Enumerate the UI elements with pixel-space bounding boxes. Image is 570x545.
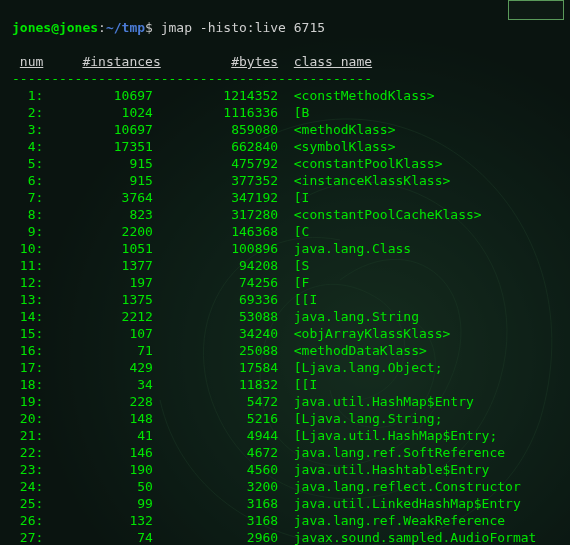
- row-bytes: 100896: [153, 241, 278, 256]
- row-classname: <symbolKlass>: [294, 139, 396, 154]
- row-instances: 50: [43, 479, 153, 494]
- row-bytes: 69336: [153, 292, 278, 307]
- row-classname: <constantPoolCacheKlass>: [294, 207, 482, 222]
- row-bytes: 3168: [153, 513, 278, 528]
- row-bytes: 25088: [153, 343, 278, 358]
- row-bytes: 94208: [153, 258, 278, 273]
- row-bytes: 1116336: [153, 105, 278, 120]
- row-bytes: 859080: [153, 122, 278, 137]
- window-tab[interactable]: [508, 0, 564, 20]
- row-bytes: 74256: [153, 275, 278, 290]
- prompt-dollar: $: [145, 20, 153, 35]
- row-classname: <constMethodKlass>: [294, 88, 435, 103]
- row-instances: 915: [43, 173, 153, 188]
- row-num: 13:: [12, 292, 43, 307]
- row-instances: 2212: [43, 309, 153, 324]
- row-num: 10:: [12, 241, 43, 256]
- row-classname: [C: [294, 224, 310, 239]
- row-instances: 34: [43, 377, 153, 392]
- row-instances: 915: [43, 156, 153, 171]
- row-classname: [[I: [294, 292, 317, 307]
- row-num: 11:: [12, 258, 43, 273]
- row-instances: 197: [43, 275, 153, 290]
- row-classname: java.util.Hashtable$Entry: [294, 462, 490, 477]
- row-classname: <methodDataKlass>: [294, 343, 427, 358]
- row-instances: 823: [43, 207, 153, 222]
- command-text: jmap -histo:live 6715: [161, 20, 325, 35]
- separator-line: ----------------------------------------…: [12, 71, 372, 86]
- row-instances: 146: [43, 445, 153, 460]
- row-instances: 71: [43, 343, 153, 358]
- row-num: 17:: [12, 360, 43, 375]
- row-instances: 190: [43, 462, 153, 477]
- row-bytes: 1214352: [153, 88, 278, 103]
- row-bytes: 5472: [153, 394, 278, 409]
- row-bytes: 4944: [153, 428, 278, 443]
- row-bytes: 4672: [153, 445, 278, 460]
- row-instances: 1051: [43, 241, 153, 256]
- row-num: 16:: [12, 343, 43, 358]
- row-instances: 10697: [43, 88, 153, 103]
- row-instances: 429: [43, 360, 153, 375]
- row-classname: [I: [294, 190, 310, 205]
- row-classname: [[I: [294, 377, 317, 392]
- row-num: 15:: [12, 326, 43, 341]
- row-bytes: 317280: [153, 207, 278, 222]
- row-instances: 10697: [43, 122, 153, 137]
- row-bytes: 377352: [153, 173, 278, 188]
- row-instances: 2200: [43, 224, 153, 239]
- row-bytes: 4560: [153, 462, 278, 477]
- row-num: 8:: [12, 207, 43, 222]
- row-num: 19:: [12, 394, 43, 409]
- row-classname: <objArrayKlassKlass>: [294, 326, 451, 341]
- row-instances: 1375: [43, 292, 153, 307]
- row-num: 4:: [12, 139, 43, 154]
- row-num: 26:: [12, 513, 43, 528]
- row-classname: java.util.HashMap$Entry: [294, 394, 474, 409]
- row-instances: 41: [43, 428, 153, 443]
- row-instances: 17351: [43, 139, 153, 154]
- row-classname: [Ljava.lang.Object;: [294, 360, 443, 375]
- row-bytes: 11832: [153, 377, 278, 392]
- row-classname: java.lang.ref.SoftReference: [294, 445, 505, 460]
- row-classname: <instanceKlassKlass>: [294, 173, 451, 188]
- row-bytes: 3168: [153, 496, 278, 511]
- row-classname: java.lang.reflect.Constructor: [294, 479, 521, 494]
- row-num: 25:: [12, 496, 43, 511]
- row-classname: javax.sound.sampled.AudioFormat: [294, 530, 537, 545]
- row-bytes: 347192: [153, 190, 278, 205]
- row-bytes: 53088: [153, 309, 278, 324]
- col-header-instances: #instances: [82, 54, 160, 69]
- row-bytes: 662840: [153, 139, 278, 154]
- row-num: 23:: [12, 462, 43, 477]
- row-num: 21:: [12, 428, 43, 443]
- row-classname: java.lang.Class: [294, 241, 411, 256]
- prompt-path: ~/tmp: [106, 20, 145, 35]
- row-num: 5:: [12, 156, 43, 171]
- row-classname: [F: [294, 275, 310, 290]
- row-num: 20:: [12, 411, 43, 426]
- row-bytes: 475792: [153, 156, 278, 171]
- row-instances: 148: [43, 411, 153, 426]
- row-num: 14:: [12, 309, 43, 324]
- row-bytes: 34240: [153, 326, 278, 341]
- col-header-class: class name: [294, 54, 372, 69]
- row-num: 6:: [12, 173, 43, 188]
- col-header-bytes: #bytes: [231, 54, 278, 69]
- row-bytes: 2960: [153, 530, 278, 545]
- row-bytes: 146368: [153, 224, 278, 239]
- row-classname: [Ljava.lang.String;: [294, 411, 443, 426]
- row-bytes: 3200: [153, 479, 278, 494]
- row-num: 12:: [12, 275, 43, 290]
- row-instances: 1377: [43, 258, 153, 273]
- row-bytes: 17584: [153, 360, 278, 375]
- row-classname: [Ljava.util.HashMap$Entry;: [294, 428, 498, 443]
- row-instances: 1024: [43, 105, 153, 120]
- row-num: 9:: [12, 224, 43, 239]
- prompt-userhost: jones@jones: [12, 20, 98, 35]
- row-classname: java.lang.ref.WeakReference: [294, 513, 505, 528]
- row-num: 27:: [12, 530, 43, 545]
- row-classname: java.util.LinkedHashMap$Entry: [294, 496, 521, 511]
- row-num: 7:: [12, 190, 43, 205]
- row-classname: [B: [294, 105, 310, 120]
